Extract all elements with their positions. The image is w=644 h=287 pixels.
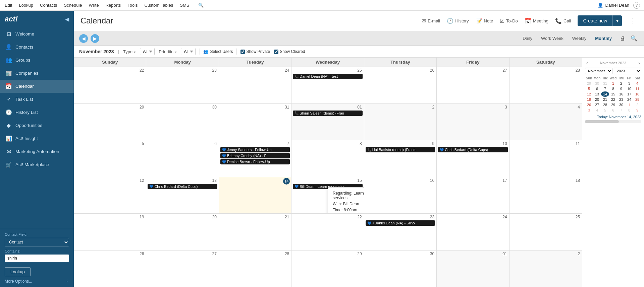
mini-day-30[interactable]: 30 — [617, 102, 625, 107]
mini-day-29b[interactable]: 29 — [609, 102, 617, 107]
mini-day-15[interactable]: 15 — [609, 91, 617, 97]
menu-lookup[interactable]: Lookup — [18, 1, 34, 9]
mini-day-1[interactable]: 1 — [609, 81, 617, 86]
mini-day-26[interactable]: 26 — [585, 102, 593, 107]
mini-day-dec1[interactable]: 1 — [625, 102, 633, 107]
event-daniel-dean-test[interactable]: 📞 Daniel Dean (NA) - test — [293, 74, 362, 79]
print-button[interactable]: 🖨 — [619, 34, 627, 43]
sidebar-item-act-insight[interactable]: 📊 Act! Insight — [0, 132, 74, 145]
next-nav-button[interactable]: ▶ — [91, 34, 99, 43]
event-daniel-dean-silho[interactable]: 💙 +Daniel Dean (NA) - Silho — [366, 220, 435, 226]
mini-day-dec5[interactable]: 5 — [601, 107, 609, 113]
sidebar-item-welcome[interactable]: ⊞ Welcome — [0, 27, 74, 41]
create-new-button[interactable]: Create new ▾ — [578, 15, 622, 26]
mini-day-30[interactable]: 30 — [593, 81, 601, 86]
show-cleared-checkbox[interactable] — [274, 50, 278, 54]
menu-edit[interactable]: Edit — [4, 1, 13, 9]
menu-schedule[interactable]: Schedule — [63, 1, 83, 9]
show-private-checkbox[interactable] — [240, 50, 245, 54]
mini-day-21[interactable]: 21 — [601, 97, 609, 102]
menu-reports[interactable]: Reports — [105, 1, 122, 9]
mini-day-18[interactable]: 18 — [633, 91, 641, 97]
mini-cal-scrollbar[interactable] — [585, 120, 641, 123]
note-button[interactable]: 📝 Note — [476, 18, 493, 24]
mini-day-2[interactable]: 2 — [617, 81, 625, 86]
mini-day-23[interactable]: 23 — [617, 97, 625, 102]
more-options[interactable]: More Options... ⋮ — [5, 279, 69, 284]
tab-daily[interactable]: Daily — [519, 34, 536, 42]
sidebar-collapse-button[interactable]: ◀ — [65, 16, 69, 22]
event-chris-bedard-10[interactable]: 💙 Chris Bedard (Delta Cups) — [438, 147, 507, 152]
tab-work-week[interactable]: Work Week — [537, 34, 568, 42]
event-shirin-saleen[interactable]: 📞 Shirin Saleen (demo) (Fran — [293, 111, 362, 116]
event-hal-battisto[interactable]: 📞 Hal Battisto (demo) (Frank — [366, 147, 435, 152]
mini-day-7[interactable]: 7 — [601, 86, 609, 91]
mini-day-20[interactable]: 20 — [593, 97, 601, 102]
sidebar-item-companies[interactable]: 🏢 Companies — [0, 67, 74, 80]
sidebar-item-opportunities[interactable]: ◆ Opportunities — [0, 119, 74, 132]
history-button[interactable]: 🕐 History — [447, 18, 469, 24]
contact-field-select[interactable]: Contact — [5, 238, 69, 246]
event-brittany-crosby[interactable]: 💙 Brittany Crosby (NA) - F — [220, 153, 290, 158]
mini-day-6[interactable]: 6 — [593, 86, 601, 91]
mini-cal-prev[interactable]: ‹ — [585, 60, 589, 66]
mini-day-dec8[interactable]: 8 — [625, 107, 633, 113]
top-search-icon[interactable]: 🔍 — [198, 3, 204, 8]
mini-day-dec7[interactable]: 7 — [617, 107, 625, 113]
mini-day-31[interactable]: 31 — [601, 81, 609, 86]
menu-tools[interactable]: Tools — [127, 1, 138, 9]
contains-input[interactable] — [5, 255, 69, 262]
mini-day-14-today[interactable]: 14 — [601, 91, 609, 97]
select-users-button[interactable]: 👥 Select Users — [200, 48, 236, 55]
call-button[interactable]: 📞 Call — [555, 18, 571, 24]
sidebar-item-task-list[interactable]: ✓ Task List — [0, 93, 74, 106]
mini-day-dec9[interactable]: 9 — [633, 107, 641, 113]
mini-cal-year-select[interactable]: 2023 — [614, 68, 641, 74]
sidebar-item-history-list[interactable]: 🕐 History List — [0, 106, 74, 119]
mini-day-dec4[interactable]: 4 — [593, 107, 601, 113]
mini-cal-today-label[interactable]: Today: November 14, 2023 — [585, 115, 641, 119]
mini-day-12[interactable]: 12 — [585, 91, 593, 97]
mini-day-10[interactable]: 10 — [625, 86, 633, 91]
user-info[interactable]: 👤 Daniel Dean — [598, 3, 629, 8]
email-button[interactable]: ✉ E-mail — [422, 18, 440, 24]
mini-day-28[interactable]: 28 — [601, 102, 609, 107]
event-chris-bedard-13[interactable]: 💙 Chris Bedard (Delta Cups) — [148, 184, 217, 189]
show-private-filter[interactable]: Show Private — [240, 49, 270, 54]
prev-nav-button[interactable]: ◀ — [79, 34, 88, 43]
meeting-button[interactable]: 📅 Meeting — [525, 18, 548, 24]
menu-write[interactable]: Write — [88, 1, 100, 9]
mini-day-8[interactable]: 8 — [609, 86, 617, 91]
mini-cal-month-select[interactable]: November — [585, 68, 612, 74]
lookup-button[interactable]: Lookup — [5, 267, 31, 276]
mini-day-13[interactable]: 13 — [593, 91, 601, 97]
sidebar-item-marketing[interactable]: ✉ Marketing Automation — [0, 145, 74, 158]
mini-day-dec6[interactable]: 6 — [609, 107, 617, 113]
menu-sms[interactable]: SMS — [179, 1, 190, 9]
more-actions-button[interactable]: ⋮ — [629, 17, 637, 24]
mini-day-24[interactable]: 24 — [625, 97, 633, 102]
mini-day-dec3[interactable]: 3 — [585, 107, 593, 113]
show-cleared-filter[interactable]: Show Cleared — [274, 49, 305, 54]
types-select[interactable]: All — [140, 48, 155, 55]
sidebar-item-groups[interactable]: 👥 Groups — [0, 54, 74, 67]
event-denise-brown[interactable]: 💙 Denise Brown - Follow-Up — [220, 159, 290, 164]
mini-day-5[interactable]: 5 — [585, 86, 593, 91]
tab-monthly[interactable]: Monthly — [591, 34, 616, 42]
mini-cal-next[interactable]: › — [637, 60, 641, 66]
sidebar-item-calendar[interactable]: 📅 Calendar — [0, 80, 74, 93]
mini-day-4[interactable]: 4 — [633, 81, 641, 86]
tab-weekly[interactable]: Weekly — [568, 34, 590, 42]
mini-day-19[interactable]: 19 — [585, 97, 593, 102]
mini-day-16[interactable]: 16 — [617, 91, 625, 97]
priorities-select[interactable]: All — [181, 48, 196, 55]
create-new-label[interactable]: Create new — [578, 15, 613, 26]
mini-day-11[interactable]: 11 — [633, 86, 641, 91]
mini-day-3[interactable]: 3 — [625, 81, 633, 86]
mini-day-dec2[interactable]: 2 — [633, 102, 641, 107]
mini-day-9[interactable]: 9 — [617, 86, 625, 91]
calendar-search-button[interactable]: 🔍 — [629, 34, 639, 43]
mini-day-27[interactable]: 27 — [593, 102, 601, 107]
mini-day-22[interactable]: 22 — [609, 97, 617, 102]
create-new-dropdown-arrow[interactable]: ▾ — [613, 15, 622, 26]
